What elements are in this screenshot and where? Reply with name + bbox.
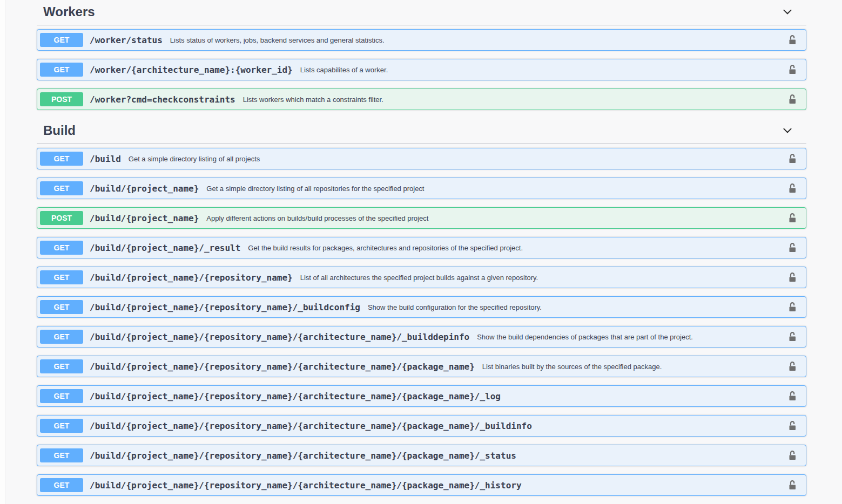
endpoint-description: Get a simple directory listing of all pr… [126,155,787,163]
endpoint-description: List of all architectures the specified … [298,274,787,282]
endpoint-row[interactable]: GET /build/{project_name}/_result Get th… [37,237,806,258]
api-section: Workers GET /worker/status Lists status … [37,0,806,110]
auth-lock-button[interactable] [787,360,798,372]
section-endpoints: GET /worker/status Lists status of worke… [37,25,806,110]
method-badge: GET [40,241,83,255]
endpoint-path[interactable]: /worker?cmd=checkconstraints [83,94,241,105]
endpoint-path[interactable]: /worker/status [83,35,168,45]
endpoint-path[interactable]: /build/{project_name}/{repository_name}/… [83,332,475,342]
auth-lock-button[interactable] [787,34,798,46]
unlock-icon [787,64,798,76]
auth-lock-button[interactable] [787,449,798,461]
method-badge: GET [40,152,83,166]
endpoint-path[interactable]: /build/{project_name}/{repository_name}/… [83,362,480,372]
unlock-icon [787,212,798,224]
endpoint-row[interactable]: GET /build/{project_name}/{repository_na… [37,385,806,407]
unlock-icon [787,182,798,194]
endpoint-path[interactable]: /build/{project_name}/{repository_name} [83,273,298,283]
api-sections: Workers GET /worker/status Lists status … [0,0,842,496]
unlock-icon [787,271,798,283]
endpoint-row[interactable]: GET /build/{project_name}/{repository_na… [37,474,806,496]
endpoint-path[interactable]: /build [83,154,126,164]
unlock-icon [787,449,798,461]
method-badge: GET [40,419,83,433]
section-header[interactable]: Workers [37,0,806,25]
method-badge: POST [40,92,83,106]
auth-lock-button[interactable] [787,301,798,313]
unlock-icon [787,34,798,46]
method-badge: GET [40,63,83,77]
endpoint-description: Lists status of workers, jobs, backend s… [168,36,787,44]
auth-lock-button[interactable] [787,153,798,165]
auth-lock-button[interactable] [787,64,798,76]
auth-lock-button[interactable] [787,271,798,283]
unlock-icon [787,93,798,105]
auth-lock-button[interactable] [787,242,798,254]
api-section: Build GET /build Get a simple directory … [37,119,806,496]
endpoint-description: Get the build results for packages, arch… [246,244,787,252]
unlock-icon [787,301,798,313]
collapse-section-button[interactable] [782,125,793,137]
endpoint-row[interactable]: GET /build Get a simple directory listin… [37,148,806,169]
endpoint-row[interactable]: GET /build/{project_name}/{repository_na… [37,326,806,348]
unlock-icon [787,360,798,372]
endpoint-row[interactable]: GET /build/{project_name}/{repository_na… [37,356,806,377]
chevron-down-icon [782,6,793,18]
method-badge: GET [40,270,83,284]
method-badge: GET [40,359,83,373]
unlock-icon [787,153,798,165]
endpoint-description: Apply different actions on builds/build … [204,214,787,222]
method-badge: GET [40,389,83,403]
auth-lock-button[interactable] [787,93,798,105]
endpoint-row[interactable]: GET /build/{project_name}/{repository_na… [37,445,806,466]
method-badge: POST [40,211,83,225]
unlock-icon [787,390,798,402]
endpoint-row[interactable]: POST /build/{project_name} Apply differe… [37,207,806,229]
endpoint-description: Lists capabilites of a worker. [298,66,787,74]
endpoint-path[interactable]: /build/{project_name}/_result [83,243,246,253]
endpoint-row[interactable]: POST /worker?cmd=checkconstraints Lists … [37,88,806,110]
section-header[interactable]: Build [37,119,806,144]
endpoint-path[interactable]: /build/{project_name}/{repository_name}/… [83,451,522,461]
method-badge: GET [40,300,83,314]
endpoint-path[interactable]: /build/{project_name}/{repository_name}/… [83,302,366,312]
auth-lock-button[interactable] [787,331,798,343]
unlock-icon [787,242,798,254]
section-title: Build [37,123,76,138]
auth-lock-button[interactable] [787,390,798,402]
unlock-icon [787,479,798,491]
method-badge: GET [40,181,83,195]
method-badge: GET [40,33,83,47]
method-badge: GET [40,330,83,344]
endpoint-path[interactable]: /build/{project_name} [83,213,204,223]
auth-lock-button[interactable] [787,212,798,224]
endpoint-description: List binaries built by the sources of th… [480,363,787,371]
auth-lock-button[interactable] [787,420,798,432]
section-endpoints: GET /build Get a simple directory listin… [37,144,806,496]
endpoint-path[interactable]: /build/{project_name} [83,183,204,194]
method-badge: GET [40,448,83,462]
unlock-icon [787,420,798,432]
endpoint-row[interactable]: GET /build/{project_name} Get a simple d… [37,178,806,199]
endpoint-row[interactable]: GET /worker/{architecture_name}:{worker_… [37,59,806,80]
collapse-section-button[interactable] [782,6,793,18]
endpoint-description: Show the build configuration for the spe… [366,303,787,311]
page-left-gutter [0,0,5,504]
endpoint-row[interactable]: GET /build/{project_name}/{repository_na… [37,415,806,437]
endpoint-description: Show the build dependencies of packages … [475,333,787,341]
endpoint-row[interactable]: GET /build/{project_name}/{repository_na… [37,296,806,318]
endpoint-row[interactable]: GET /worker/status Lists status of worke… [37,29,806,51]
endpoint-path[interactable]: /build/{project_name}/{repository_name}/… [83,391,506,401]
endpoint-path[interactable]: /build/{project_name}/{repository_name}/… [83,421,537,431]
unlock-icon [787,331,798,343]
auth-lock-button[interactable] [787,182,798,194]
endpoint-row[interactable]: GET /build/{project_name}/{repository_na… [37,267,806,288]
endpoint-path[interactable]: /build/{project_name}/{repository_name}/… [83,480,527,491]
section-title: Workers [37,4,95,19]
endpoint-description: Lists workers which match a constraints … [241,96,787,104]
auth-lock-button[interactable] [787,479,798,491]
endpoint-description: Get a simple directory listing of all re… [204,185,787,193]
chevron-down-icon [782,125,793,137]
endpoint-path[interactable]: /worker/{architecture_name}:{worker_id} [83,65,298,75]
method-badge: GET [40,478,83,492]
